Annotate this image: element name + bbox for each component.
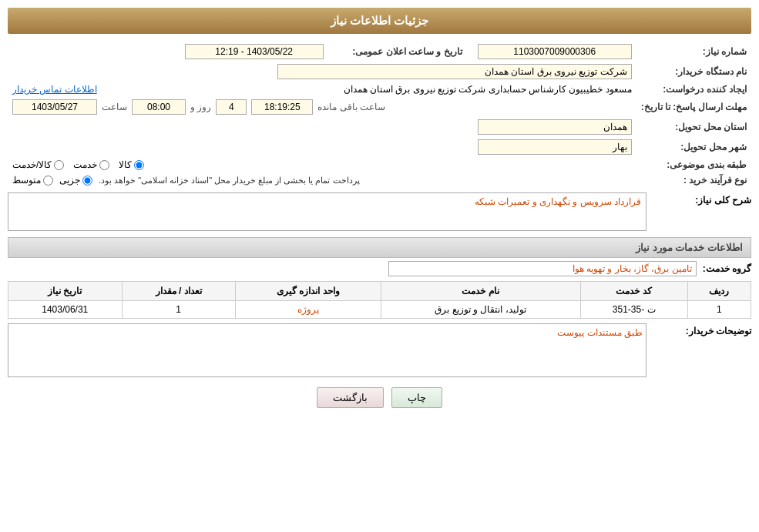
col-row-num: ردیف (687, 282, 751, 301)
print-button[interactable]: چاپ (391, 387, 442, 408)
buyer-notes-textarea[interactable] (8, 323, 646, 377)
creator-contact-link[interactable]: اطلاعات تماس خریدار (12, 84, 97, 95)
cell-service_name: تولید، انتقال و توزیع برق (381, 301, 580, 319)
category-option-khedmat-label: خدمت (73, 159, 97, 170)
purchase-type-jozi[interactable]: جزیی (59, 175, 92, 186)
creator-label: ایجاد کننده درخواست: (636, 82, 751, 97)
description-label: شرح کلی نیاز: (651, 192, 751, 206)
table-row: 1ت -35-351تولید، انتقال و توزیع برقپروژه… (8, 301, 751, 319)
category-option-kala-label: کالا (119, 159, 132, 170)
announcement-datetime-input[interactable] (185, 44, 324, 59)
service-group-input[interactable] (388, 261, 697, 276)
category-label: طبقه بندی موضوعی: (636, 157, 751, 172)
province-input[interactable] (478, 119, 632, 135)
category-option-kala-khedmat[interactable]: کالا/خدمت (12, 159, 64, 170)
deadline-date-input[interactable] (12, 99, 97, 115)
services-section-title: اطلاعات خدمات مورد نیاز (8, 237, 751, 258)
deadline-label: مهلت ارسال پاسخ: تا تاریخ: (636, 97, 751, 117)
category-option-khedmat[interactable]: خدمت (73, 159, 109, 170)
announcement-datetime-label: تاریخ و ساعت اعلان عمومی: (328, 42, 467, 62)
deadline-days-label: روز و (190, 102, 211, 112)
category-option-kala[interactable]: کالا (119, 159, 144, 170)
city-input[interactable] (478, 139, 632, 155)
buyer-org-label: نام دستگاه خریدار: (636, 62, 751, 82)
deadline-time-label: ساعت (102, 102, 127, 112)
purchase-type-label: نوع فرآیند خرید : (636, 172, 751, 188)
cell-service_code: ت -35-351 (580, 301, 687, 319)
creator-value: مسعود خطیبیون کارشناس حسابداری شرکت توزی… (344, 84, 632, 95)
buyer-notes-label: توضیحات خریدار: (651, 323, 751, 336)
services-table: ردیف کد خدمت نام خدمت واحد اندازه گیری ت… (8, 281, 751, 319)
col-delivery-date: تاریخ نیاز (8, 282, 123, 301)
deadline-remaining-label: ساعت باقی مانده (317, 102, 385, 112)
footer-buttons: بازگشت چاپ (8, 387, 751, 408)
col-service-code: کد خدمت (580, 282, 687, 301)
purchase-type-motavaset[interactable]: متوسط (12, 175, 53, 186)
category-option-kala-khedmat-label: کالا/خدمت (12, 159, 52, 170)
purchase-type-note: پرداخت تمام یا بخشی از مبلغ خریدار محل "… (99, 176, 360, 186)
province-label: استان محل تحویل: (636, 117, 751, 137)
need-number-input[interactable] (478, 44, 632, 59)
cell-unit: پروژه (235, 301, 381, 319)
deadline-time-input[interactable] (132, 99, 186, 115)
purchase-radio-motavaset[interactable] (43, 176, 53, 186)
cell-quantity: 1 (122, 301, 235, 319)
category-radio-kala-khedmat[interactable] (54, 160, 64, 170)
cell-delivery_date: 1403/06/31 (8, 301, 123, 319)
description-value: قرارداد سرویس و نگهداری و تعمیرات شبکه (8, 192, 646, 231)
col-quantity: تعداد / مقدار (122, 282, 235, 301)
purchase-radio-jozi[interactable] (82, 176, 92, 186)
buyer-org-input[interactable] (277, 64, 632, 79)
page-title: جزئیات اطلاعات نیاز (8, 8, 751, 34)
category-radio-khedmat[interactable] (99, 160, 109, 170)
deadline-days-input[interactable] (216, 99, 247, 115)
category-radio-kala[interactable] (134, 160, 144, 170)
back-button[interactable]: بازگشت (317, 387, 384, 408)
purchase-type-jozi-label: جزیی (59, 175, 80, 186)
col-unit: واحد اندازه گیری (235, 282, 381, 301)
deadline-remaining-input[interactable] (251, 99, 313, 115)
purchase-type-motavaset-label: متوسط (12, 175, 41, 186)
col-service-name: نام خدمت (381, 282, 580, 301)
need-number-label: شماره نیاز: (636, 42, 751, 62)
city-label: شهر محل تحویل: (636, 137, 751, 157)
service-group-label: گروه خدمت: (703, 263, 751, 274)
cell-row_num: 1 (687, 301, 751, 319)
